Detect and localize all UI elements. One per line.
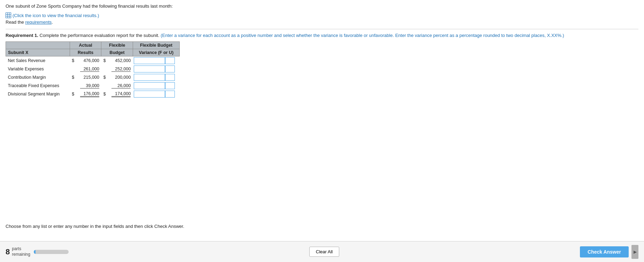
variance-number-input[interactable] xyxy=(134,74,165,81)
variance-input-cell[interactable] xyxy=(133,82,179,90)
actual-value: 476,000 xyxy=(75,56,101,65)
parts-remaining: 8 parts remaining xyxy=(6,246,30,257)
progress-bar xyxy=(34,250,69,254)
variance-fu-input[interactable] xyxy=(165,82,175,89)
parts-label: parts remaining xyxy=(12,246,30,257)
dollar-sign-flexible: $ xyxy=(101,90,107,98)
subheader-results: Results xyxy=(70,49,101,56)
flexible-value: 252,000 xyxy=(107,65,133,73)
dollar-sign-actual: $ xyxy=(70,90,75,98)
variance-input-cell[interactable] xyxy=(133,56,179,65)
row-label: Divisional Segment Margin xyxy=(6,90,70,98)
table-row: Traceable Fixed Expenses39,00026,000 xyxy=(6,82,180,90)
actual-value: 176,000 xyxy=(75,90,101,98)
clear-all-button[interactable]: Clear All xyxy=(309,247,339,257)
flexible-value: 174,000 xyxy=(107,90,133,98)
dollar-sign-flexible: $ xyxy=(101,73,107,82)
variance-number-input[interactable] xyxy=(134,57,165,64)
bottom-bar: 8 parts remaining Clear All Check Answer… xyxy=(0,241,644,262)
collapse-arrow[interactable]: ▶ xyxy=(631,245,638,259)
variance-fu-input[interactable] xyxy=(165,66,175,72)
header-flexible-budget: Flexible Budget xyxy=(133,42,179,49)
table-row: Variable Expenses261,000252,000 xyxy=(6,65,180,73)
requirements-link[interactable]: requirements xyxy=(25,20,52,25)
subheader-variance: Variance (F or U) xyxy=(133,49,179,56)
variance-input-cell[interactable] xyxy=(133,90,179,98)
dollar-sign-actual: $ xyxy=(70,73,75,82)
grid-icon xyxy=(6,13,11,18)
row-label: Contribution Margin xyxy=(6,73,70,82)
header-actual: Actual xyxy=(70,42,101,49)
flexible-value: 452,000 xyxy=(107,56,133,65)
dollar-sign-actual xyxy=(70,82,75,90)
table-row: Contribution Margin$215,000$200,000 xyxy=(6,73,180,82)
variance-input-cell[interactable] xyxy=(133,65,179,73)
performance-table: Actual Flexible Flexible Budget Subunit … xyxy=(6,41,180,98)
variance-number-input[interactable] xyxy=(134,91,165,98)
instruction-text: Choose from any list or enter any number… xyxy=(6,224,638,229)
actual-value: 39,000 xyxy=(75,82,101,90)
dollar-sign-actual: $ xyxy=(70,56,75,65)
parts-number: 8 xyxy=(6,247,10,256)
variance-input-cell[interactable] xyxy=(133,73,179,82)
check-answer-button[interactable]: Check Answer xyxy=(580,246,629,257)
flexible-value: 26,000 xyxy=(107,82,133,90)
financial-results-link[interactable]: (Click the icon to view the financial re… xyxy=(6,13,99,18)
intro-line1: One subunit of Zone Sports Company had t… xyxy=(6,3,638,9)
variance-number-input[interactable] xyxy=(134,66,165,72)
table-row: Net Sales Revenue$476,000$452,000 xyxy=(6,56,180,65)
variance-fu-input[interactable] xyxy=(165,57,175,64)
dollar-sign-flexible xyxy=(101,65,107,73)
variance-fu-input[interactable] xyxy=(165,91,175,98)
divider xyxy=(6,29,638,29)
actual-value: 215,000 xyxy=(75,73,101,82)
row-label: Net Sales Revenue xyxy=(6,56,70,65)
icon-link-label: (Click the icon to view the financial re… xyxy=(13,13,99,18)
row-label: Traceable Fixed Expenses xyxy=(6,82,70,90)
read-requirements: Read the requirements. xyxy=(6,20,638,25)
subheader-subunit: Subunit X xyxy=(6,49,70,56)
dollar-sign-actual xyxy=(70,65,75,73)
dollar-sign-flexible xyxy=(101,82,107,90)
variance-number-input[interactable] xyxy=(134,82,165,89)
header-col1 xyxy=(6,42,70,49)
requirement-text: Requirement 1. Complete the performance … xyxy=(6,33,638,38)
actual-value: 261,000 xyxy=(75,65,101,73)
flexible-value: 200,000 xyxy=(107,73,133,82)
table-row: Divisional Segment Margin$176,000$174,00… xyxy=(6,90,180,98)
variance-fu-input[interactable] xyxy=(165,74,175,81)
center-buttons: Clear All xyxy=(309,247,339,257)
row-label: Variable Expenses xyxy=(6,65,70,73)
progress-bar-fill xyxy=(34,250,36,254)
header-flexible: Flexible xyxy=(101,42,133,49)
dollar-sign-flexible: $ xyxy=(101,56,107,65)
subheader-budget: Budget xyxy=(101,49,133,56)
